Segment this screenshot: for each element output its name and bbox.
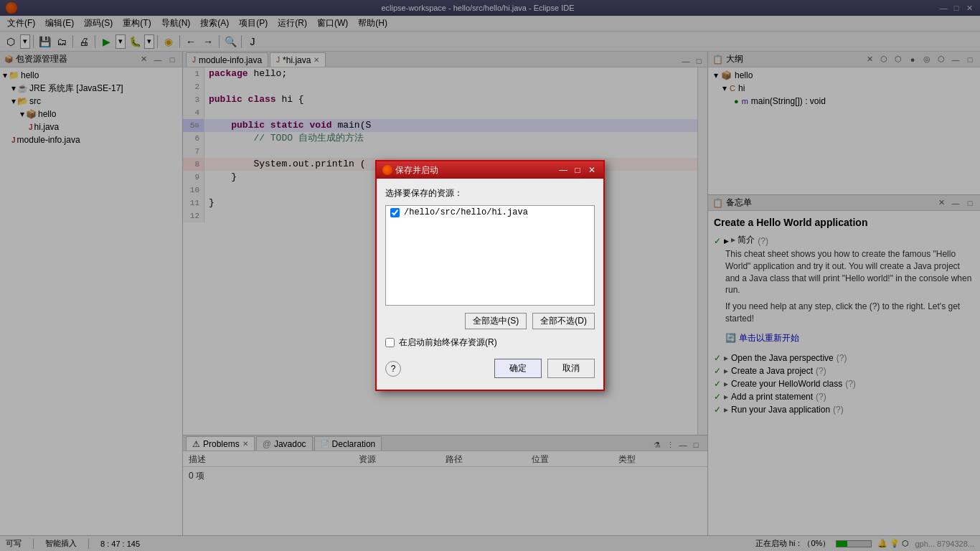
dialog-footer: ? 确定 取消 — [385, 359, 595, 381]
auto-save-checkbox[interactable] — [385, 338, 395, 347]
dialog-title: 保存并启动 — [395, 164, 555, 176]
dialog-file-path: /hello/src/hello/hi.java — [404, 207, 528, 217]
dialog-eclipse-icon — [382, 165, 392, 175]
dialog-help-button[interactable]: ? — [385, 361, 401, 377]
dialog-ok-cancel: 确定 取消 — [494, 359, 595, 378]
dialog-auto-save-row: 在启动前始终保存资源(R) — [385, 336, 595, 349]
dialog-file-list[interactable]: /hello/src/hello/hi.java — [385, 205, 595, 306]
deselect-all-button[interactable]: 全部不选(D) — [532, 313, 595, 329]
dialog-select-buttons: 全部选中(S) 全部不选(D) — [385, 313, 595, 329]
dialog-body: 选择要保存的资源： /hello/src/hello/hi.java 全部选中(… — [377, 179, 603, 390]
dialog-title-bar: 保存并启动 — □ ✕ — [377, 161, 603, 179]
dialog-file-checkbox[interactable] — [390, 208, 400, 217]
dialog-max[interactable]: □ — [572, 164, 583, 176]
dialog-close[interactable]: ✕ — [586, 164, 598, 176]
dialog-cancel-button[interactable]: 取消 — [547, 359, 595, 378]
modal-overlay: 保存并启动 — □ ✕ 选择要保存的资源： /hello/src/hello/h… — [0, 0, 980, 551]
dialog-min[interactable]: — — [557, 164, 569, 176]
save-dialog: 保存并启动 — □ ✕ 选择要保存的资源： /hello/src/hello/h… — [375, 160, 605, 391]
select-all-button[interactable]: 全部选中(S) — [465, 313, 527, 329]
dialog-file-item: /hello/src/hello/hi.java — [386, 206, 594, 219]
dialog-label: 选择要保存的资源： — [385, 187, 595, 199]
dialog-ok-button[interactable]: 确定 — [494, 359, 542, 378]
auto-save-label: 在启动前始终保存资源(R) — [399, 336, 497, 349]
